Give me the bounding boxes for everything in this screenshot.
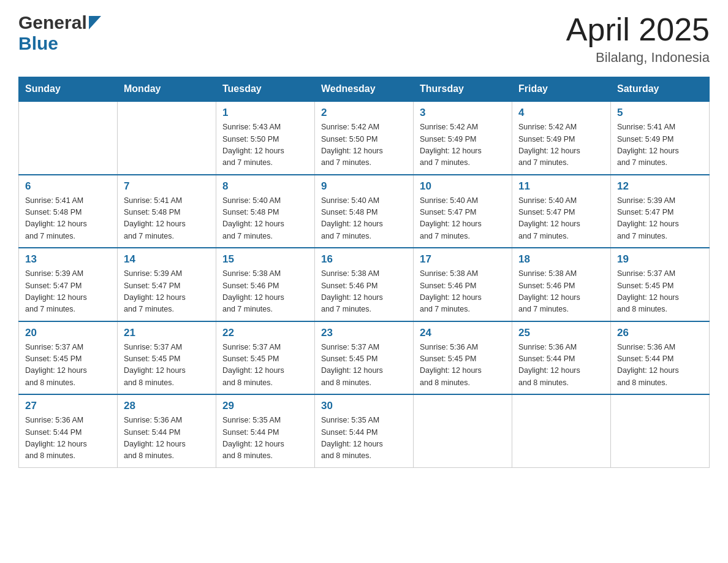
day-info: Sunrise: 5:36 AMSunset: 5:44 PMDaylight:…: [518, 342, 604, 389]
day-info: Sunrise: 5:40 AMSunset: 5:47 PMDaylight:…: [518, 195, 604, 243]
cell-week1-day4: 3Sunrise: 5:42 AMSunset: 5:49 PMDaylight…: [414, 101, 512, 175]
cell-week1-day2: 1Sunrise: 5:43 AMSunset: 5:50 PMDaylight…: [216, 101, 315, 175]
week-row-4: 20Sunrise: 5:37 AMSunset: 5:45 PMDayligh…: [19, 321, 710, 395]
day-info: Sunrise: 5:37 AMSunset: 5:45 PMDaylight:…: [222, 342, 308, 389]
day-number: 9: [321, 180, 407, 193]
day-info: Sunrise: 5:43 AMSunset: 5:50 PMDaylight:…: [222, 121, 308, 169]
cell-week5-day3: 30Sunrise: 5:35 AMSunset: 5:44 PMDayligh…: [315, 394, 414, 467]
day-info: Sunrise: 5:36 AMSunset: 5:45 PMDaylight:…: [420, 342, 506, 389]
day-number: 3: [420, 107, 506, 119]
header-monday: Monday: [118, 77, 216, 102]
cell-week4-day2: 22Sunrise: 5:37 AMSunset: 5:45 PMDayligh…: [216, 321, 315, 395]
cell-week3-day0: 13Sunrise: 5:39 AMSunset: 5:47 PMDayligh…: [19, 248, 118, 321]
day-number: 12: [617, 180, 703, 193]
day-info: Sunrise: 5:37 AMSunset: 5:45 PMDaylight:…: [124, 342, 210, 389]
calendar-table: SundayMondayTuesdayWednesdayThursdayFrid…: [18, 77, 710, 468]
calendar-body: 1Sunrise: 5:43 AMSunset: 5:50 PMDaylight…: [19, 101, 710, 467]
cell-week3-day2: 15Sunrise: 5:38 AMSunset: 5:46 PMDayligh…: [216, 248, 315, 321]
day-info: Sunrise: 5:38 AMSunset: 5:46 PMDaylight:…: [222, 268, 308, 316]
day-info: Sunrise: 5:40 AMSunset: 5:48 PMDaylight:…: [222, 195, 308, 243]
day-number: 4: [518, 107, 604, 119]
cell-week1-day0: [19, 101, 118, 175]
cell-week1-day1: [118, 101, 216, 175]
day-number: 18: [518, 253, 604, 266]
day-number: 11: [518, 180, 604, 193]
header-thursday: Thursday: [414, 77, 512, 102]
day-info: Sunrise: 5:41 AMSunset: 5:48 PMDaylight:…: [124, 195, 210, 243]
day-info: Sunrise: 5:37 AMSunset: 5:45 PMDaylight:…: [617, 268, 703, 316]
cell-week3-day4: 17Sunrise: 5:38 AMSunset: 5:46 PMDayligh…: [414, 248, 512, 321]
day-number: 30: [321, 400, 407, 412]
day-number: 21: [124, 327, 210, 339]
cell-week5-day5: [512, 394, 611, 467]
day-number: 7: [124, 180, 210, 193]
day-number: 26: [617, 327, 703, 339]
day-number: 23: [321, 327, 407, 339]
day-info: Sunrise: 5:36 AMSunset: 5:44 PMDaylight:…: [124, 415, 210, 462]
day-info: Sunrise: 5:38 AMSunset: 5:46 PMDaylight:…: [518, 268, 604, 316]
day-number: 13: [25, 253, 111, 266]
header-saturday: Saturday: [611, 77, 710, 102]
day-info: Sunrise: 5:37 AMSunset: 5:45 PMDaylight:…: [25, 342, 111, 389]
location-subtitle: Bilalang, Indonesia: [566, 50, 710, 66]
cell-week4-day1: 21Sunrise: 5:37 AMSunset: 5:45 PMDayligh…: [118, 321, 216, 395]
cell-week2-day5: 11Sunrise: 5:40 AMSunset: 5:47 PMDayligh…: [512, 175, 611, 248]
header-sunday: Sunday: [19, 77, 118, 102]
cell-week4-day4: 24Sunrise: 5:36 AMSunset: 5:45 PMDayligh…: [414, 321, 512, 395]
day-number: 6: [25, 180, 111, 193]
week-row-5: 27Sunrise: 5:36 AMSunset: 5:44 PMDayligh…: [19, 394, 710, 467]
cell-week1-day5: 4Sunrise: 5:42 AMSunset: 5:49 PMDaylight…: [512, 101, 611, 175]
day-info: Sunrise: 5:40 AMSunset: 5:47 PMDaylight:…: [420, 195, 506, 243]
day-number: 10: [420, 180, 506, 193]
week-row-2: 6Sunrise: 5:41 AMSunset: 5:48 PMDaylight…: [19, 175, 710, 248]
day-number: 25: [518, 327, 604, 339]
cell-week2-day4: 10Sunrise: 5:40 AMSunset: 5:47 PMDayligh…: [414, 175, 512, 248]
page-title: April 2025: [566, 12, 710, 47]
day-number: 17: [420, 253, 506, 266]
day-number: 28: [124, 400, 210, 412]
day-info: Sunrise: 5:42 AMSunset: 5:49 PMDaylight:…: [518, 121, 604, 169]
day-info: Sunrise: 5:37 AMSunset: 5:45 PMDaylight:…: [321, 342, 407, 389]
cell-week5-day1: 28Sunrise: 5:36 AMSunset: 5:44 PMDayligh…: [118, 394, 216, 467]
logo-general-text: General: [18, 12, 87, 33]
page-header: General Blue April 2025 Bilalang, Indone…: [18, 12, 710, 66]
day-number: 1: [222, 107, 308, 119]
day-number: 2: [321, 107, 407, 119]
day-number: 19: [617, 253, 703, 266]
cell-week4-day6: 26Sunrise: 5:36 AMSunset: 5:44 PMDayligh…: [611, 321, 710, 395]
day-number: 29: [222, 400, 308, 412]
svg-marker-0: [89, 16, 101, 29]
cell-week3-day6: 19Sunrise: 5:37 AMSunset: 5:45 PMDayligh…: [611, 248, 710, 321]
cell-week4-day0: 20Sunrise: 5:37 AMSunset: 5:45 PMDayligh…: [19, 321, 118, 395]
cell-week3-day1: 14Sunrise: 5:39 AMSunset: 5:47 PMDayligh…: [118, 248, 216, 321]
day-info: Sunrise: 5:41 AMSunset: 5:49 PMDaylight:…: [617, 121, 703, 169]
day-info: Sunrise: 5:36 AMSunset: 5:44 PMDaylight:…: [25, 415, 111, 462]
calendar-header: SundayMondayTuesdayWednesdayThursdayFrid…: [19, 77, 710, 102]
cell-week5-day4: [414, 394, 512, 467]
day-info: Sunrise: 5:39 AMSunset: 5:47 PMDaylight:…: [124, 268, 210, 316]
day-number: 16: [321, 253, 407, 266]
cell-week5-day2: 29Sunrise: 5:35 AMSunset: 5:44 PMDayligh…: [216, 394, 315, 467]
cell-week2-day0: 6Sunrise: 5:41 AMSunset: 5:48 PMDaylight…: [19, 175, 118, 248]
header-tuesday: Tuesday: [216, 77, 315, 102]
day-number: 24: [420, 327, 506, 339]
day-info: Sunrise: 5:42 AMSunset: 5:50 PMDaylight:…: [321, 121, 407, 169]
day-info: Sunrise: 5:40 AMSunset: 5:48 PMDaylight:…: [321, 195, 407, 243]
day-number: 20: [25, 327, 111, 339]
day-info: Sunrise: 5:36 AMSunset: 5:44 PMDaylight:…: [617, 342, 703, 389]
day-info: Sunrise: 5:41 AMSunset: 5:48 PMDaylight:…: [25, 195, 111, 243]
days-of-week-row: SundayMondayTuesdayWednesdayThursdayFrid…: [19, 77, 710, 102]
logo-triangle-icon: [89, 16, 101, 29]
cell-week4-day3: 23Sunrise: 5:37 AMSunset: 5:45 PMDayligh…: [315, 321, 414, 395]
cell-week2-day1: 7Sunrise: 5:41 AMSunset: 5:48 PMDaylight…: [118, 175, 216, 248]
cell-week2-day3: 9Sunrise: 5:40 AMSunset: 5:48 PMDaylight…: [315, 175, 414, 248]
day-number: 15: [222, 253, 308, 266]
day-number: 8: [222, 180, 308, 193]
day-number: 5: [617, 107, 703, 119]
header-wednesday: Wednesday: [315, 77, 414, 102]
day-info: Sunrise: 5:35 AMSunset: 5:44 PMDaylight:…: [321, 415, 407, 462]
week-row-1: 1Sunrise: 5:43 AMSunset: 5:50 PMDaylight…: [19, 101, 710, 175]
header-friday: Friday: [512, 77, 611, 102]
logo-blue-text: Blue: [18, 33, 58, 54]
day-number: 14: [124, 253, 210, 266]
